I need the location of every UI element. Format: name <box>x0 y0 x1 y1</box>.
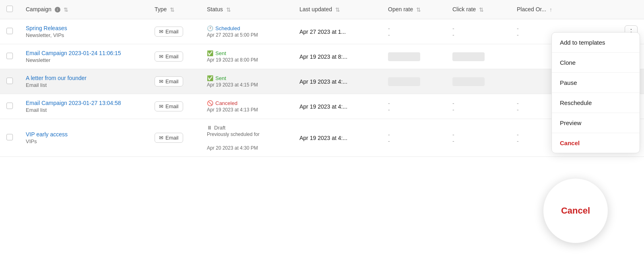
status-sort-icon[interactable]: ⇅ <box>226 6 231 13</box>
th-last-updated[interactable]: Last updated ⇅ <box>293 0 382 19</box>
status-icon: ✅ <box>207 75 213 81</box>
open-rate-cell: - - <box>382 119 446 157</box>
open-rate-sort-icon[interactable]: ⇅ <box>416 6 421 13</box>
type-badge: ✉ Email <box>155 76 183 86</box>
cancel-circle-overlay[interactable]: Cancel <box>543 179 608 243</box>
last-updated-cell: Apr 19 2023 at 8:... <box>293 44 382 69</box>
dropdown-item-add-to-templates[interactable]: Add to templates <box>552 33 640 53</box>
campaign-sub: Newsletter, VIPs <box>26 32 142 38</box>
type-label: Email <box>165 135 179 141</box>
th-last-updated-label: Last updated <box>299 6 332 12</box>
row-checkbox-cell[interactable] <box>0 94 19 119</box>
status-icon: ⏸ <box>207 125 212 131</box>
type-sort-icon[interactable]: ⇅ <box>170 6 175 13</box>
cancel-circle-label[interactable]: Cancel <box>561 206 590 216</box>
th-open-rate-label: Open rate <box>388 6 413 12</box>
click-rate-cell: - - <box>446 19 510 44</box>
dropdown-item-preview[interactable]: Preview <box>552 113 640 133</box>
th-click-rate[interactable]: Click rate ⇅ <box>446 0 510 19</box>
th-placed-order[interactable]: Placed Or... ↑ <box>510 0 644 19</box>
click-rate-1: - <box>452 100 504 107</box>
type-cell: ✉ Email <box>148 119 200 157</box>
campaign-cell: VIP early access VIPs <box>19 119 148 157</box>
last-updated-cell: Apr 19 2023 at 4:... <box>293 69 382 94</box>
status-cell: 🕐 Scheduled Apr 27 2023 at 5:00 PM <box>200 19 293 44</box>
row-checkbox[interactable] <box>6 103 13 109</box>
table-row: Email Campaign 2023-01-27 13:04:58 Email… <box>0 94 644 119</box>
open-rate-cell <box>382 44 446 69</box>
table-row: Spring Releases Newsletter, VIPs ✉ Email… <box>0 19 644 44</box>
type-cell: ✉ Email <box>148 19 200 44</box>
campaign-info-icon[interactable]: i <box>55 7 60 12</box>
status-badge: 🚫 Canceled <box>207 100 287 106</box>
campaign-cell: A letter from our founder Email list <box>19 69 148 94</box>
open-rate-cell: - - <box>382 19 446 44</box>
last-updated-cell: Apr 19 2023 at 4:... <box>293 94 382 119</box>
status-badge: 🕐 Scheduled <box>207 25 287 31</box>
campaign-name-link[interactable]: Email Campaign 2023-01-27 13:04:58 <box>26 100 121 106</box>
status-cell: ⏸ Draft Previously scheduled forApr 20 2… <box>200 119 293 157</box>
open-rate-2: - <box>388 138 440 144</box>
campaign-sort-icon[interactable]: ⇅ <box>64 6 68 13</box>
th-type[interactable]: Type ⇅ <box>148 0 200 19</box>
row-checkbox-cell[interactable] <box>0 44 19 69</box>
last-updated-value: Apr 19 2023 at 4:... <box>299 135 347 141</box>
click-rate-2: - <box>452 107 504 113</box>
select-all-checkbox[interactable] <box>6 6 13 12</box>
type-badge: ✉ Email <box>155 133 183 143</box>
dropdown-item-reschedule[interactable]: Reschedule <box>552 93 640 113</box>
campaign-sub: Newsletter <box>26 57 142 63</box>
row-checkbox[interactable] <box>6 134 13 140</box>
th-click-rate-label: Click rate <box>452 6 476 12</box>
th-type-label: Type <box>155 6 167 12</box>
table-row: VIP early access VIPs ✉ Email ⏸ Draft Pr… <box>0 119 644 157</box>
th-open-rate[interactable]: Open rate ⇅ <box>382 0 446 19</box>
campaign-name-link[interactable]: Spring Releases <box>26 25 67 31</box>
last-updated-cell: Apr 19 2023 at 4:... <box>293 119 382 157</box>
type-label: Email <box>165 53 179 60</box>
dropdown-item-clone[interactable]: Clone <box>552 53 640 73</box>
th-campaign[interactable]: Campaign i ⇅ <box>19 0 148 19</box>
status-label: Sent <box>215 75 226 81</box>
placed-order-sort-icon[interactable]: ↑ <box>549 6 552 13</box>
open-rate-cell: - - <box>382 94 446 119</box>
status-prev-sched: Previously scheduled for <box>207 132 287 137</box>
status-label: Sent <box>215 50 226 56</box>
row-checkbox[interactable] <box>6 28 13 34</box>
last-updated-value: Apr 19 2023 at 8:... <box>299 53 347 60</box>
status-date: Apr 19 2023 at 8:00 PM <box>207 57 287 63</box>
click-rate-bar <box>452 77 485 86</box>
table-body: Spring Releases Newsletter, VIPs ✉ Email… <box>0 19 644 157</box>
campaign-name-link[interactable]: Email Campaign 2023-01-24 11:06:15 <box>26 50 121 56</box>
table-row: Email Campaign 2023-01-24 11:06:15 Newsl… <box>0 44 644 69</box>
click-rate-2: - <box>452 32 504 38</box>
status-label: Draft <box>214 125 225 131</box>
dropdown-item-pause[interactable]: Pause <box>552 73 640 93</box>
campaign-sub: Email list <box>26 107 142 113</box>
click-rate-bar <box>452 52 485 61</box>
open-rate-1: - <box>388 100 440 107</box>
status-cell: ✅ Sent Apr 19 2023 at 4:15 PM <box>200 69 293 94</box>
last-updated-sort-icon[interactable]: ⇅ <box>335 6 340 13</box>
row-checkbox-cell[interactable] <box>0 119 19 157</box>
campaign-cell: Email Campaign 2023-01-24 11:06:15 Newsl… <box>19 44 148 69</box>
row-checkbox-cell[interactable] <box>0 19 19 44</box>
status-cell: 🚫 Canceled Apr 19 2023 at 4:13 PM <box>200 94 293 119</box>
row-checkbox[interactable] <box>6 78 13 84</box>
campaign-cell: Spring Releases Newsletter, VIPs <box>19 19 148 44</box>
campaigns-table-container: Campaign i ⇅ Type ⇅ Status ⇅ Last update… <box>0 0 644 255</box>
campaign-name-link[interactable]: VIP early access <box>26 131 68 138</box>
type-cell: ✉ Email <box>148 69 200 94</box>
row-checkbox[interactable] <box>6 53 13 59</box>
select-all-checkbox-header[interactable] <box>0 0 19 19</box>
th-status[interactable]: Status ⇅ <box>200 0 293 19</box>
campaign-sub: VIPs <box>26 138 142 144</box>
type-label: Email <box>165 103 179 109</box>
dropdown-item-cancel[interactable]: Cancel <box>552 133 640 153</box>
campaign-name-link[interactable]: A letter from our founder <box>26 75 87 81</box>
row-checkbox-cell[interactable] <box>0 69 19 94</box>
open-rate-1: - <box>388 132 440 138</box>
campaign-sub: Email list <box>26 82 142 88</box>
table-header-row: Campaign i ⇅ Type ⇅ Status ⇅ Last update… <box>0 0 644 19</box>
click-rate-sort-icon[interactable]: ⇅ <box>479 6 484 13</box>
